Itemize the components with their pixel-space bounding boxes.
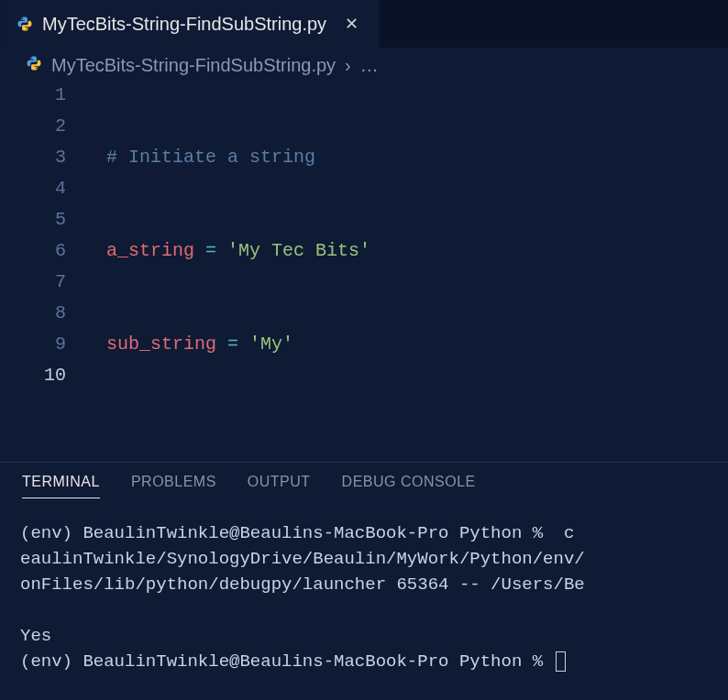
- operator-token: =: [216, 334, 249, 355]
- code-line: a_string = 'My Tec Bits': [92, 235, 728, 267]
- terminal-line: onFiles/lib/python/debugpy/launcher 6536…: [20, 574, 585, 595]
- comment-token: # Initiate a string: [106, 147, 315, 168]
- python-icon: [26, 55, 42, 76]
- terminal-line: eaulinTwinkle/SynologyDrive/Beaulin/MyWo…: [20, 549, 585, 569]
- code-line: sub_string = 'My': [92, 329, 728, 360]
- operator-token: =: [194, 240, 227, 261]
- panel-tabs: TERMINAL PROBLEMS OUTPUT DEBUG CONSOLE: [0, 463, 728, 498]
- editor-body[interactable]: 1 2 3 4 5 6 7 8 9 10 # Initiate a string…: [0, 80, 728, 462]
- tab-bar: MyTecBits-String-FindSubString.py ✕: [0, 0, 728, 48]
- variable-token: sub_string: [106, 334, 216, 355]
- tab-problems[interactable]: PROBLEMS: [131, 474, 216, 498]
- terminal-line: (env) BeaulinTwinkle@Beaulins-MacBook-Pr…: [20, 651, 554, 672]
- variable-token: a_string: [106, 240, 194, 261]
- tab-terminal[interactable]: TERMINAL: [22, 474, 100, 498]
- breadcrumb-ellipsis: …: [360, 55, 379, 76]
- line-number: 10: [0, 360, 66, 391]
- chevron-right-icon: ›: [345, 55, 351, 76]
- string-token: 'My': [249, 334, 293, 355]
- line-number: 6: [0, 235, 66, 267]
- line-number: 4: [0, 173, 66, 204]
- breadcrumb[interactable]: MyTecBits-String-FindSubString.py › …: [0, 48, 728, 80]
- line-number: 5: [0, 204, 66, 235]
- tab-output[interactable]: OUTPUT: [248, 474, 311, 498]
- line-number-gutter: 1 2 3 4 5 6 7 8 9 10: [0, 80, 92, 462]
- code-line: [92, 422, 728, 454]
- terminal-cursor: [556, 651, 566, 672]
- code-content[interactable]: # Initiate a string a_string = 'My Tec B…: [92, 80, 728, 462]
- tab-close-button[interactable]: ✕: [341, 14, 362, 34]
- tab-bar-rest: [380, 0, 728, 48]
- editor-root: MyTecBits-String-FindSubString.py ✕ MyTe…: [0, 0, 728, 700]
- code-line: # Initiate a string: [92, 142, 728, 173]
- line-number: 2: [0, 111, 66, 142]
- line-number: 3: [0, 142, 66, 173]
- python-icon: [17, 16, 33, 32]
- line-number: 7: [0, 267, 66, 298]
- string-token: 'My Tec Bits': [227, 240, 370, 261]
- terminal-line: (env) BeaulinTwinkle@Beaulins-MacBook-Pr…: [20, 523, 574, 543]
- breadcrumb-filename: MyTecBits-String-FindSubString.py: [51, 55, 336, 76]
- line-number: 8: [0, 298, 66, 329]
- terminal-line: Yes: [20, 626, 51, 646]
- tab-filename: MyTecBits-String-FindSubString.py: [42, 14, 326, 35]
- terminal-content[interactable]: (env) BeaulinTwinkle@Beaulins-MacBook-Pr…: [0, 498, 728, 700]
- line-number: 9: [0, 329, 66, 360]
- editor-tab[interactable]: MyTecBits-String-FindSubString.py ✕: [0, 0, 380, 48]
- line-number: 1: [0, 80, 66, 111]
- tab-debug-console[interactable]: DEBUG CONSOLE: [342, 474, 476, 498]
- bottom-panel: TERMINAL PROBLEMS OUTPUT DEBUG CONSOLE (…: [0, 462, 728, 700]
